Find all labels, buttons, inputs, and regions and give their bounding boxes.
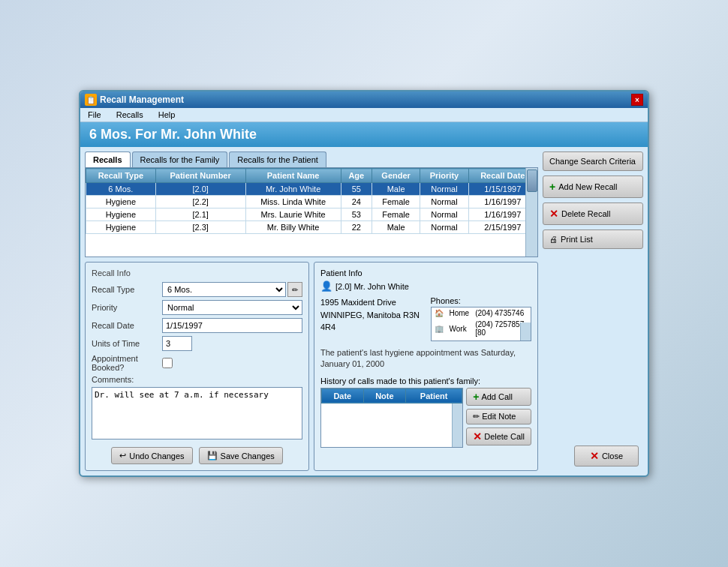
units-of-time-input[interactable] bbox=[162, 336, 192, 351]
patient-name-row: 👤 [2.0] Mr. John White bbox=[320, 280, 531, 292]
last-appt-text: The patient's last hygiene appointment w… bbox=[320, 347, 531, 370]
table-scrollbar[interactable] bbox=[525, 168, 537, 256]
main-window: 📋 Recall Management × File Recalls Help … bbox=[79, 90, 649, 477]
title-bar: 📋 Recall Management × bbox=[80, 92, 648, 108]
tab-recalls-patient[interactable]: Recalls for the Patient bbox=[229, 152, 326, 167]
col-priority: Priority bbox=[420, 169, 468, 183]
work-phone-icon: 🏢 bbox=[432, 319, 447, 338]
priority-row: Priority Normal High Low bbox=[92, 300, 302, 315]
home-phone-type: Home bbox=[447, 308, 473, 319]
patient-name: [2.0] Mr. John White bbox=[335, 282, 409, 291]
recall-date-input[interactable] bbox=[162, 318, 302, 333]
edit-note-button[interactable]: ✏ Edit Note bbox=[466, 409, 531, 424]
history-buttons: + Add Call ✏ Edit Note ✕ Delete Call bbox=[466, 388, 531, 448]
history-scrollbar[interactable] bbox=[452, 404, 462, 447]
left-panel: Recalls Recalls for the Family Recalls f… bbox=[85, 152, 538, 471]
table-row[interactable]: 6 Mos.[2.0]Mr. John White55MaleNormal1/1… bbox=[86, 183, 537, 196]
recall-type-label: Recall Type bbox=[92, 285, 159, 294]
address-line2: WINNIPEG, Manitoba R3N 4R4 bbox=[320, 309, 422, 334]
work-phone-type: Work bbox=[447, 319, 473, 338]
table-row[interactable]: Hygiene[2.2]Miss. Linda White24FemaleNor… bbox=[86, 196, 537, 208]
appt-booked-checkbox[interactable] bbox=[162, 358, 173, 368]
right-panel: Change Search Criteria + Add New Recall … bbox=[538, 152, 643, 471]
pencil-icon: ✏ bbox=[473, 412, 480, 422]
home-phone-icon: 🏠 bbox=[432, 308, 447, 319]
col-recall-type: Recall Type bbox=[86, 169, 156, 183]
menu-recalls[interactable]: Recalls bbox=[115, 110, 145, 120]
history-area: Date Note Patient + bbox=[320, 388, 531, 448]
save-changes-button[interactable]: 💾 Save Changes bbox=[199, 447, 283, 464]
history-table-wrapper: Date Note Patient bbox=[320, 388, 463, 448]
col-age: Age bbox=[341, 169, 372, 183]
tab-recalls-family[interactable]: Recalls for the Family bbox=[132, 152, 228, 167]
recall-info-title: Recall Info bbox=[92, 268, 302, 278]
recall-info-box: Recall Info Recall Type 6 Mos. Hygiene ✏ bbox=[85, 262, 309, 471]
patient-info-box: Patient Info 👤 [2.0] Mr. John White 1995… bbox=[314, 262, 538, 471]
address-phones: 1995 Maxident Drive WINNIPEG, Manitoba R… bbox=[320, 296, 531, 341]
recalls-table-container: Recall Type Patient Number Patient Name … bbox=[85, 167, 538, 257]
priority-label: Priority bbox=[92, 303, 159, 312]
address-line1: 1995 Maxident Drive bbox=[320, 296, 422, 309]
print-icon: 🖨 bbox=[549, 235, 558, 244]
home-phone-number: (204) 4735746 bbox=[472, 308, 531, 319]
table-row[interactable]: Hygiene[2.1]Mrs. Laurie White53FemaleNor… bbox=[86, 208, 537, 221]
details-section: Recall Info Recall Type 6 Mos. Hygiene ✏ bbox=[85, 257, 538, 471]
undo-icon: ↩ bbox=[119, 451, 126, 460]
col-gender: Gender bbox=[372, 169, 420, 183]
phones-table-wrapper: 🏠 Home (204) 4735746 🏢 Work (204) 725785… bbox=[431, 307, 532, 341]
col-patient-number: Patient Number bbox=[155, 169, 245, 183]
table-row[interactable]: Hygiene[2.3]Mr. Billy White22MaleNormal2… bbox=[86, 221, 537, 234]
comments-label: Comments: bbox=[92, 375, 159, 384]
recalls-table: Recall Type Patient Number Patient Name … bbox=[86, 168, 537, 234]
plus-icon: + bbox=[473, 391, 479, 403]
recall-type-select[interactable]: 6 Mos. Hygiene bbox=[162, 282, 286, 297]
history-col-patient: Patient bbox=[406, 388, 462, 403]
patient-icon: 👤 bbox=[320, 280, 332, 292]
history-col-note: Note bbox=[363, 388, 406, 403]
close-button[interactable]: ✕ Close bbox=[574, 446, 639, 466]
recall-action-buttons: ↩ Undo Changes 💾 Save Changes bbox=[92, 447, 302, 464]
page-title: 6 Mos. For Mr. John White bbox=[80, 122, 648, 147]
history-col-date: Date bbox=[322, 388, 364, 403]
comments-row: Comments: bbox=[92, 375, 302, 384]
window-close-button[interactable]: × bbox=[631, 94, 643, 106]
window-title: Recall Management bbox=[100, 94, 184, 105]
comments-textarea[interactable]: Dr. will see at 7 a.m. if necessary bbox=[92, 387, 302, 440]
appt-booked-row: Appointment Booked? bbox=[92, 354, 302, 372]
menu-bar: File Recalls Help bbox=[80, 108, 648, 122]
appt-booked-label: Appointment Booked? bbox=[92, 354, 159, 372]
close-row: ✕ Close bbox=[543, 441, 643, 471]
undo-changes-button[interactable]: ↩ Undo Changes bbox=[111, 447, 192, 464]
col-patient-name: Patient Name bbox=[245, 169, 341, 183]
main-content: Recalls Recalls for the Family Recalls f… bbox=[80, 147, 648, 476]
phone-row-work: 🏢 Work (204) 7257857 [80 bbox=[432, 319, 531, 338]
tab-recalls[interactable]: Recalls bbox=[85, 152, 131, 167]
close-x-icon: ✕ bbox=[590, 450, 599, 462]
units-of-time-label: Units of Time bbox=[92, 339, 159, 348]
history-table: Date Note Patient bbox=[321, 388, 462, 404]
add-new-recall-button[interactable]: + Add New Recall bbox=[543, 176, 643, 198]
delete-call-button[interactable]: ✕ Delete Call bbox=[466, 428, 531, 446]
delete-recall-x-icon: ✕ bbox=[549, 208, 558, 220]
recall-type-edit-button[interactable]: ✏ bbox=[287, 282, 302, 297]
phones-scrollbar[interactable] bbox=[520, 322, 531, 340]
recall-type-row: Recall Type 6 Mos. Hygiene ✏ bbox=[92, 282, 302, 297]
change-search-criteria-button[interactable]: Change Search Criteria bbox=[543, 152, 643, 171]
save-icon: 💾 bbox=[207, 451, 218, 460]
add-call-button[interactable]: + Add Call bbox=[466, 388, 531, 406]
tab-bar: Recalls Recalls for the Family Recalls f… bbox=[85, 152, 538, 167]
print-list-button[interactable]: 🖨 Print List bbox=[543, 230, 643, 249]
phones-table: 🏠 Home (204) 4735746 🏢 Work (204) 725785… bbox=[432, 308, 531, 338]
history-title: History of calls made to this patient's … bbox=[320, 376, 531, 386]
recall-type-select-wrapper: 6 Mos. Hygiene ✏ bbox=[162, 282, 302, 297]
priority-select[interactable]: Normal High Low bbox=[162, 300, 302, 315]
recall-date-label: Recall Date bbox=[92, 321, 159, 330]
recall-date-row: Recall Date bbox=[92, 318, 302, 333]
menu-help[interactable]: Help bbox=[157, 110, 177, 120]
menu-file[interactable]: File bbox=[86, 110, 103, 120]
title-icon: 📋 bbox=[85, 94, 97, 106]
units-of-time-row: Units of Time bbox=[92, 336, 302, 351]
add-recall-plus-icon: + bbox=[549, 181, 555, 193]
scrollbar-thumb bbox=[527, 170, 537, 192]
delete-recall-button[interactable]: ✕ Delete Recall bbox=[543, 202, 643, 225]
